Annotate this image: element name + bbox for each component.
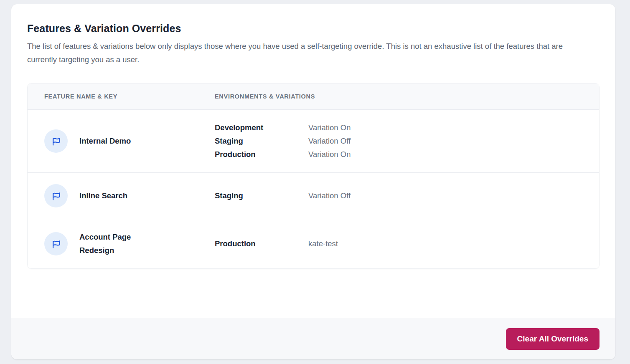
feature-name: Inline Search bbox=[79, 189, 127, 202]
clear-all-overrides-button[interactable]: Clear All Overrides bbox=[506, 328, 600, 350]
table-header-row: FEATURE NAME & KEY ENVIRONMENTS & VARIAT… bbox=[28, 83, 599, 110]
table-row: Account Page Redesign Production kate-te… bbox=[28, 219, 599, 268]
flag-icon bbox=[44, 232, 68, 255]
environment-name: Staging bbox=[215, 189, 308, 202]
environment-variation-line: Staging Variation Off bbox=[215, 189, 599, 202]
panel-content: Features & Variation Overrides The list … bbox=[11, 4, 615, 318]
environments-cell: Staging Variation Off bbox=[215, 189, 599, 202]
flag-icon bbox=[44, 129, 68, 153]
feature-name: Internal Demo bbox=[79, 134, 131, 148]
environment-name: Production bbox=[215, 148, 308, 161]
page-title: Features & Variation Overrides bbox=[27, 23, 600, 35]
flag-icon bbox=[44, 184, 68, 207]
feature-cell: Inline Search bbox=[28, 184, 215, 207]
environment-name: Staging bbox=[215, 134, 308, 148]
environment-variation-line: Production Variation On bbox=[215, 148, 599, 161]
environments-cell: Development Variation On Staging Variati… bbox=[215, 121, 599, 161]
feature-cell: Internal Demo bbox=[28, 129, 215, 153]
environment-name: Development bbox=[215, 121, 308, 134]
variation-value: Variation Off bbox=[308, 189, 351, 202]
variation-value: kate-test bbox=[308, 237, 338, 250]
environment-variation-line: Production kate-test bbox=[215, 237, 599, 250]
environments-cell: Production kate-test bbox=[215, 237, 599, 250]
column-header-feature-name-key: FEATURE NAME & KEY bbox=[28, 93, 215, 100]
environment-name: Production bbox=[215, 237, 308, 250]
overrides-table: FEATURE NAME & KEY ENVIRONMENTS & VARIAT… bbox=[27, 83, 600, 269]
variation-value: Variation Off bbox=[308, 134, 351, 148]
overrides-panel: Features & Variation Overrides The list … bbox=[11, 4, 615, 359]
page-description: The list of features & variations below … bbox=[27, 40, 589, 66]
environment-variation-line: Development Variation On bbox=[215, 121, 599, 134]
column-header-environments-variations: ENVIRONMENTS & VARIATIONS bbox=[215, 93, 599, 100]
environment-variation-line: Staging Variation Off bbox=[215, 134, 599, 148]
variation-value: Variation On bbox=[308, 148, 351, 161]
feature-name: Account Page Redesign bbox=[79, 230, 155, 257]
table-row: Internal Demo Development Variation On S… bbox=[28, 110, 599, 172]
table-row: Inline Search Staging Variation Off bbox=[28, 172, 599, 219]
variation-value: Variation On bbox=[308, 121, 351, 134]
feature-cell: Account Page Redesign bbox=[28, 230, 215, 257]
panel-footer: Clear All Overrides bbox=[11, 318, 615, 359]
